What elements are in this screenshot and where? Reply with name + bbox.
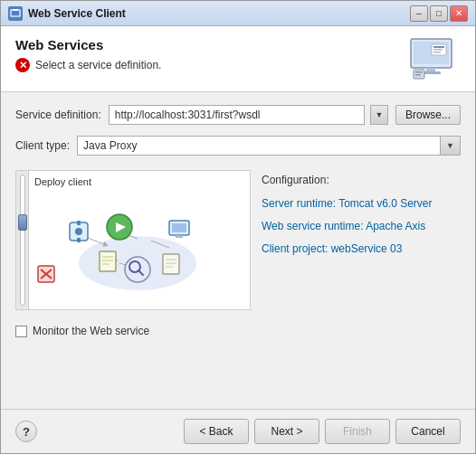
header-graphic xyxy=(406,37,461,82)
finish-button[interactable]: Finish xyxy=(325,419,390,444)
svg-rect-12 xyxy=(415,74,421,76)
footer-section: ? < Back Next > Finish Cancel xyxy=(1,410,475,453)
svg-rect-35 xyxy=(163,254,179,274)
monitor-row: Monitor the Web service xyxy=(15,325,461,337)
config-section: Configuration: Server runtime: Tomcat v6… xyxy=(262,170,461,310)
svg-rect-27 xyxy=(176,235,183,238)
window-controls: – □ ✕ xyxy=(410,5,468,22)
header-message: ✕ Select a service definition. xyxy=(15,58,161,72)
error-icon: ✕ xyxy=(15,58,30,72)
help-button[interactable]: ? xyxy=(15,421,37,442)
svg-rect-1 xyxy=(13,9,18,11)
svg-rect-7 xyxy=(433,52,441,53)
back-button[interactable]: < Back xyxy=(184,419,249,444)
footer-buttons: < Back Next > Finish Cancel xyxy=(184,419,461,444)
svg-rect-24 xyxy=(77,238,81,242)
deploy-slider-track xyxy=(20,175,25,306)
monitor-label: Monitor the Web service xyxy=(33,325,149,337)
section-title: Web Services xyxy=(15,37,161,52)
config-title: Configuration: xyxy=(262,174,461,186)
client-type-arrow[interactable]: ▼ xyxy=(440,137,460,155)
content: Web Services ✕ Select a service definiti… xyxy=(1,26,475,453)
window: Web Service Client – □ ✕ Web Services ✕ … xyxy=(0,0,476,454)
cancel-button[interactable]: Cancel xyxy=(395,419,461,444)
svg-rect-31 xyxy=(100,251,116,271)
browse-button[interactable]: Browse... xyxy=(395,105,461,125)
web-service-runtime-link[interactable]: Web service runtime: Apache Axis xyxy=(262,218,461,235)
service-definition-label: Service definition: xyxy=(15,109,101,121)
titlebar: Web Service Client – □ ✕ xyxy=(1,1,475,26)
deploy-slider-bar xyxy=(16,171,29,309)
window-title: Web Service Client xyxy=(28,7,410,20)
svg-rect-11 xyxy=(415,71,423,73)
svg-rect-23 xyxy=(77,221,81,225)
svg-point-28 xyxy=(125,257,150,282)
close-button[interactable]: ✕ xyxy=(450,5,468,22)
monitor-checkbox[interactable] xyxy=(15,326,27,337)
svg-rect-6 xyxy=(433,49,443,51)
client-project-link[interactable]: Client project: webService 03 xyxy=(262,241,461,258)
window-icon xyxy=(8,6,23,21)
deploy-visual: Deploy client xyxy=(15,170,251,310)
server-runtime-link[interactable]: Server runtime: Tomcat v6.0 Server xyxy=(262,195,461,213)
deploy-label: Deploy client xyxy=(34,176,91,187)
header-section: Web Services ✕ Select a service definiti… xyxy=(1,26,475,92)
service-definition-dropdown-arrow[interactable]: ▼ xyxy=(370,105,388,125)
deploy-slider-thumb[interactable] xyxy=(18,214,27,231)
client-type-select[interactable]: Java Proxy ▼ xyxy=(77,136,461,156)
client-type-row: Client type: Java Proxy ▼ xyxy=(15,136,461,156)
minimize-button[interactable]: – xyxy=(410,5,428,22)
svg-rect-0 xyxy=(11,10,20,16)
svg-rect-5 xyxy=(433,46,444,48)
maximize-button[interactable]: □ xyxy=(430,5,448,22)
footer-left: ? xyxy=(15,421,37,442)
service-definition-input-group: ▼ xyxy=(109,105,388,125)
body-section: Service definition: ▼ Browse... Client t… xyxy=(1,92,475,409)
next-button[interactable]: Next > xyxy=(254,419,319,444)
service-definition-row: Service definition: ▼ Browse... xyxy=(15,105,461,125)
client-type-label: Client type: xyxy=(15,139,70,152)
deploy-diagram xyxy=(16,171,250,309)
client-type-value: Java Proxy xyxy=(78,137,440,154)
message-text: Select a service definition. xyxy=(35,59,161,71)
svg-rect-26 xyxy=(172,223,186,232)
svg-rect-8 xyxy=(426,68,435,71)
svg-point-22 xyxy=(75,228,82,235)
header-left: Web Services ✕ Select a service definiti… xyxy=(15,37,161,72)
deploy-section: Deploy client xyxy=(15,170,461,310)
service-definition-input[interactable] xyxy=(109,105,365,125)
